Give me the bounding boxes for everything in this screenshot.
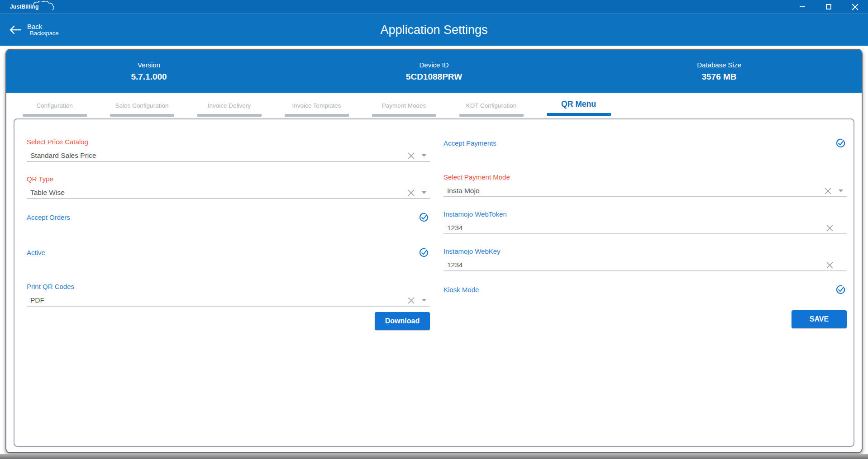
kiosk-mode-row: Kiosk Mode (444, 284, 847, 295)
accept-payments-row: Accept Payments (444, 137, 847, 148)
info-value: 3576 MB (701, 72, 736, 82)
qr-type-label: QR Type (27, 175, 430, 184)
caret-down-icon[interactable] (422, 191, 426, 194)
page-header: Back Backspace Application Settings (0, 14, 868, 46)
accept-orders-label: Accept Orders (27, 213, 70, 221)
tab-qr-menu[interactable]: QR Menu (535, 97, 622, 116)
instamojo-webkey-field: Instamojo WebKey 1234 (444, 247, 847, 271)
form-left-column: Select Price Catalog Standard Sales Pric… (27, 137, 430, 446)
qr-menu-panel: Select Price Catalog Standard Sales Pric… (14, 118, 854, 447)
print-qr-codes-field: Print QR Codes PDF (27, 282, 430, 307)
payment-mode-label: Select Payment Mode (444, 173, 847, 182)
info-database-size: Database Size 3576 MB (577, 50, 862, 93)
accept-orders-row: Accept Orders (27, 212, 430, 222)
tab-payment-modes[interactable]: Payment Modes (360, 97, 448, 117)
download-button[interactable]: Download (375, 312, 430, 330)
print-qr-codes-label: Print QR Codes (27, 282, 430, 291)
minimize-icon (800, 6, 805, 7)
x-clear-icon[interactable] (825, 261, 834, 270)
instamojo-webtoken-label: Instamojo WebToken (444, 210, 847, 219)
settings-card: Version 5.7.1.000 Device ID 5CD1088PRW D… (5, 49, 863, 453)
price-catalog-select[interactable]: Standard Sales Price (27, 150, 430, 162)
back-shortcut-label: Backspace (30, 30, 59, 37)
x-clear-icon[interactable] (825, 224, 834, 232)
instamojo-webtoken-field: Instamojo WebToken 1234 (444, 210, 847, 234)
tab-sales-configuration[interactable]: Sales Configuration (98, 97, 186, 117)
instamojo-webtoken-input[interactable]: 1234 (444, 222, 847, 234)
minimize-button[interactable] (789, 0, 816, 14)
accept-payments-label: Accept Payments (444, 139, 496, 147)
check-circle-icon[interactable] (835, 284, 846, 295)
tab-kot-configuration[interactable]: KOT Configuration (448, 97, 535, 117)
instamojo-webkey-input[interactable]: 1234 (444, 260, 847, 271)
caret-down-icon[interactable] (422, 299, 426, 302)
caret-down-icon[interactable] (839, 189, 843, 192)
app-name: JustBilling (10, 4, 39, 10)
info-value: 5CD1088PRW (406, 72, 462, 82)
arrow-left-icon (9, 25, 22, 35)
payment-mode-field: Select Payment Mode Insta Mojo (444, 173, 847, 197)
close-icon (852, 4, 858, 10)
info-device-id: Device ID 5CD1088PRW (291, 50, 577, 93)
tab-invoice-delivery[interactable]: Invoice Delivery (186, 97, 273, 117)
qr-type-field: QR Type Table Wise (27, 175, 430, 199)
back-button[interactable]: Back Backspace (9, 23, 59, 37)
qr-type-value: Table Wise (30, 189, 407, 197)
check-circle-icon[interactable] (419, 212, 429, 222)
price-catalog-label: Select Price Catalog (27, 137, 430, 147)
x-clear-icon[interactable] (407, 189, 415, 197)
info-label: Version (138, 61, 160, 69)
payment-mode-select[interactable]: Insta Mojo (444, 185, 847, 197)
form-right-column: Accept Payments Select Payment Mode Inst… (444, 137, 847, 446)
justbilling-logo: JustBilling (10, 0, 39, 14)
check-circle-icon[interactable] (835, 138, 846, 148)
x-clear-icon[interactable] (407, 151, 415, 160)
maximize-icon (826, 4, 831, 9)
tab-configuration[interactable]: Configuration (11, 97, 98, 117)
back-label: Back (27, 23, 59, 30)
window-titlebar: JustBilling (0, 0, 868, 14)
print-qr-codes-value: PDF (30, 296, 407, 304)
page-title: Application Settings (0, 23, 868, 37)
close-button[interactable] (842, 0, 868, 14)
price-catalog-value: Standard Sales Price (30, 151, 407, 160)
caret-down-icon[interactable] (422, 154, 426, 157)
settings-tabs: Configuration Sales Configuration Invoic… (6, 93, 862, 118)
active-row: Active (27, 247, 430, 258)
info-bar: Version 5.7.1.000 Device ID 5CD1088PRW D… (6, 50, 862, 93)
info-label: Device ID (419, 61, 448, 69)
payment-mode-value: Insta Mojo (447, 187, 824, 195)
info-version: Version 5.7.1.000 (6, 50, 291, 93)
window-controls (789, 0, 868, 14)
kiosk-mode-label: Kiosk Mode (444, 286, 479, 293)
info-label: Database Size (697, 61, 741, 69)
instamojo-webkey-label: Instamojo WebKey (444, 247, 847, 256)
window-bottom-edge (0, 454, 868, 459)
x-clear-icon[interactable] (407, 296, 415, 305)
save-button[interactable]: SAVE (792, 310, 847, 328)
print-qr-codes-select[interactable]: PDF (27, 295, 430, 307)
price-catalog-field: Select Price Catalog Standard Sales Pric… (27, 137, 430, 162)
qr-type-select[interactable]: Table Wise (27, 187, 430, 199)
tab-invoice-templates[interactable]: Invoice Templates (273, 97, 360, 117)
info-value: 5.7.1.000 (131, 72, 167, 82)
instamojo-webkey-value: 1234 (447, 261, 825, 269)
active-label: Active (27, 249, 45, 256)
check-circle-icon[interactable] (419, 247, 429, 258)
instamojo-webtoken-value: 1234 (447, 224, 825, 232)
x-clear-icon[interactable] (824, 187, 832, 195)
maximize-button[interactable] (816, 0, 842, 14)
